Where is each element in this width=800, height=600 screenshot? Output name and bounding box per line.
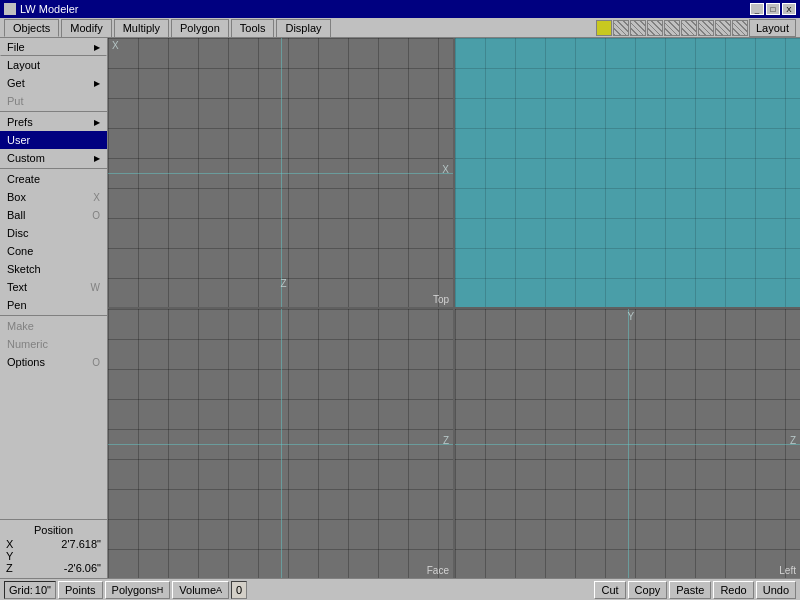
app-icon <box>4 3 16 15</box>
file-arrow-icon: ▶ <box>94 43 100 52</box>
viewport-label-left: Left <box>779 565 796 576</box>
cut-button[interactable]: Cut <box>594 581 625 599</box>
toolbar-icon-5[interactable] <box>664 20 680 36</box>
toolbar-right: Layout <box>596 19 800 37</box>
toolbar-icon-8[interactable] <box>715 20 731 36</box>
redo-button[interactable]: Redo <box>713 581 753 599</box>
menu-tabs: Objects Modify Multiply Polygon Tools Di… <box>0 19 596 37</box>
main-area: File ▶ Layout Get ▶ Put Prefs ▶ User Cus… <box>0 38 800 578</box>
position-info: Position X 2'7.618" Y Z -2'6.06" <box>0 519 107 578</box>
toolbar-icon-4[interactable] <box>647 20 663 36</box>
axis-label-x2-topleft: X <box>442 164 449 175</box>
toolbar-icon-2[interactable] <box>613 20 629 36</box>
volume-button[interactable]: Volume A <box>172 581 229 599</box>
get-arrow-icon: ▶ <box>94 79 100 88</box>
tab-multiply[interactable]: Multiply <box>114 19 169 37</box>
axis-label-z2-bottomright: Z <box>790 435 796 446</box>
disc-btn[interactable]: Disc <box>0 224 107 242</box>
grid-value: 10" <box>35 584 51 596</box>
position-z-row: Z -2'6.06" <box>6 562 101 574</box>
tab-display[interactable]: Display <box>276 19 330 37</box>
numeric-btn[interactable]: Numeric <box>0 335 107 353</box>
text-btn[interactable]: Text W <box>0 278 107 296</box>
axis-label-z-bottomleft: Z <box>443 435 449 446</box>
undo-button[interactable]: Undo <box>756 581 796 599</box>
viewport-top-right[interactable] <box>455 38 800 307</box>
grid-top-right <box>455 38 800 307</box>
minimize-button[interactable]: _ <box>750 3 764 15</box>
viewports: X X Z Top Z Face Y Z Left <box>108 38 800 578</box>
create-header: Create <box>0 170 107 188</box>
position-z-value: -2'6.06" <box>64 562 101 574</box>
tab-modify[interactable]: Modify <box>61 19 111 37</box>
window-title: LW Modeler <box>20 3 78 15</box>
separator-2 <box>0 168 107 169</box>
volume-label: Volume <box>179 584 216 596</box>
grid-label: Grid: <box>9 584 33 596</box>
viewport-label-face: Face <box>427 565 449 576</box>
title-bar: LW Modeler _ □ X <box>0 0 800 18</box>
position-title: Position <box>6 524 101 536</box>
toolbar-icon-6[interactable] <box>681 20 697 36</box>
custom-btn[interactable]: Custom ▶ <box>0 149 107 167</box>
viewport-label-top: Top <box>433 294 449 305</box>
maximize-button[interactable]: □ <box>766 3 780 15</box>
copy-button[interactable]: Copy <box>628 581 668 599</box>
axis-label-z-topleft: Z <box>281 278 287 289</box>
pen-btn[interactable]: Pen <box>0 296 107 314</box>
prefs-btn[interactable]: Prefs ▶ <box>0 113 107 131</box>
position-x-value: 2'7.618" <box>61 538 101 550</box>
viewport-bottom-left[interactable]: Z Face <box>108 309 453 578</box>
cone-btn[interactable]: Cone <box>0 242 107 260</box>
axis-label-x-topleft: X <box>112 40 119 51</box>
make-btn[interactable]: Make <box>0 317 107 335</box>
position-x-label: X <box>6 538 13 550</box>
position-z-label: Z <box>6 562 13 574</box>
paste-button[interactable]: Paste <box>669 581 711 599</box>
status-bar: Grid: 10" Points Polygons H Volume A 0 C… <box>0 578 800 600</box>
sketch-btn[interactable]: Sketch <box>0 260 107 278</box>
put-btn[interactable]: Put <box>0 92 107 110</box>
options-btn[interactable]: Options O <box>0 353 107 371</box>
layout-button[interactable]: Layout <box>749 19 796 37</box>
toolbar-icon-3[interactable] <box>630 20 646 36</box>
prefs-arrow-icon: ▶ <box>94 118 100 127</box>
separator-3 <box>0 315 107 316</box>
tab-polygon[interactable]: Polygon <box>171 19 229 37</box>
separator-1 <box>0 111 107 112</box>
left-panel: File ▶ Layout Get ▶ Put Prefs ▶ User Cus… <box>0 38 108 578</box>
toolbar-icon-9[interactable] <box>732 20 748 36</box>
user-btn[interactable]: User <box>0 131 107 149</box>
position-y-label: Y <box>6 550 13 562</box>
layout-btn[interactable]: Layout <box>0 56 107 74</box>
get-btn[interactable]: Get ▶ <box>0 74 107 92</box>
position-x-row: X 2'7.618" <box>6 538 101 550</box>
polygons-label: Polygons <box>112 584 157 596</box>
grid-info: Grid: 10" <box>4 581 56 599</box>
tab-objects[interactable]: Objects <box>4 19 59 37</box>
polygons-key: H <box>157 585 164 595</box>
position-y-row: Y <box>6 550 101 562</box>
axis-label-y-bottomright: Y <box>628 311 635 322</box>
viewport-top-left[interactable]: X X Z Top <box>108 38 453 307</box>
close-button[interactable]: X <box>782 3 796 15</box>
menu-bar: Objects Modify Multiply Polygon Tools Di… <box>0 18 800 38</box>
polygons-button[interactable]: Polygons H <box>105 581 171 599</box>
volume-key: A <box>216 585 222 595</box>
viewport-bottom-right[interactable]: Y Z Left <box>455 309 800 578</box>
count-display: 0 <box>231 581 247 599</box>
toolbar-icon-1[interactable] <box>596 20 612 36</box>
tab-tools[interactable]: Tools <box>231 19 275 37</box>
toolbar-icon-7[interactable] <box>698 20 714 36</box>
points-button[interactable]: Points <box>58 581 103 599</box>
count-value: 0 <box>236 584 242 596</box>
box-btn[interactable]: Box X <box>0 188 107 206</box>
file-menu[interactable]: File ▶ <box>0 38 107 56</box>
custom-arrow-icon: ▶ <box>94 154 100 163</box>
ball-btn[interactable]: Ball O <box>0 206 107 224</box>
title-bar-left: LW Modeler <box>4 3 78 15</box>
title-bar-controls[interactable]: _ □ X <box>750 3 796 15</box>
